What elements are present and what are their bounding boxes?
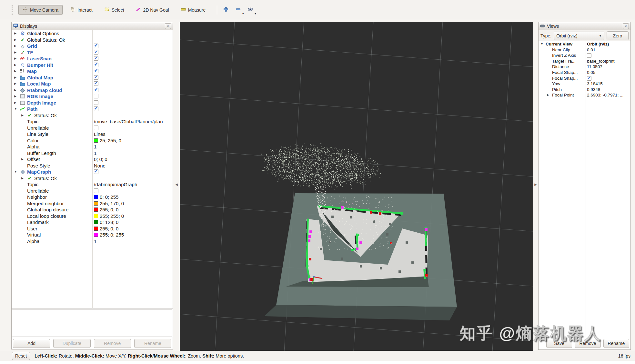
display-row-neighbor[interactable]: Neighbor0; 0; 255: [12, 194, 173, 200]
expand-icon[interactable]: ▶: [14, 57, 16, 60]
expand-icon[interactable]: ▶: [547, 93, 549, 96]
property-value[interactable]: 0.01: [587, 47, 595, 52]
expand-icon[interactable]: ▶: [14, 69, 16, 73]
visibility-checkbox[interactable]: [94, 50, 98, 55]
display-row-user[interactable]: User255; 0; 0: [12, 226, 173, 232]
chevron-down-icon[interactable]: ▾: [255, 12, 256, 15]
display-row-topic[interactable]: Topic/move_base/GlobalPlanner/plan: [12, 118, 173, 125]
display-row-local-loop-closure[interactable]: Local loop closure255; 255; 0: [12, 213, 173, 219]
visibility-checkbox[interactable]: [94, 63, 98, 67]
view-property-invert-z-axis[interactable]: Invert Z Axis: [539, 53, 630, 58]
property-value[interactable]: 3.18415: [587, 81, 603, 86]
visibility-checkbox[interactable]: [94, 44, 98, 48]
expand-icon[interactable]: ▶: [14, 44, 16, 47]
display-row-unreliable[interactable]: Unreliable: [12, 125, 173, 131]
visibility-checkbox[interactable]: [94, 188, 98, 193]
display-row-global-options[interactable]: ▶⚙Global Options: [12, 30, 173, 37]
tool-visibility-button[interactable]: ▾: [246, 5, 255, 15]
property-value[interactable]: 0.05: [587, 70, 595, 75]
visibility-checkbox[interactable]: [587, 53, 591, 58]
property-value[interactable]: 1: [94, 150, 96, 156]
color-swatch[interactable]: [94, 201, 98, 206]
property-value[interactable]: /rtabmap/mapGraph: [94, 182, 137, 187]
expand-icon[interactable]: ▶: [21, 114, 24, 117]
expand-icon[interactable]: ▶: [14, 38, 16, 41]
color-swatch[interactable]: [94, 195, 98, 199]
property-value[interactable]: base_footprint: [587, 59, 615, 64]
zero-button[interactable]: Zero: [607, 31, 629, 40]
display-row-bumper-hit[interactable]: ▶Bumper Hit: [12, 62, 173, 68]
chevron-down-icon[interactable]: ▾: [242, 12, 244, 15]
views-panel-titlebar[interactable]: Views ×: [539, 22, 630, 30]
display-row-pose-style[interactable]: Pose StyleNone: [12, 163, 173, 169]
display-row-path[interactable]: ▼Path: [12, 106, 173, 112]
display-row-line-style[interactable]: Line StyleLines: [12, 131, 173, 137]
collapse-right-panel-handle[interactable]: ▶: [533, 180, 538, 188]
property-value[interactable]: None: [94, 163, 106, 168]
collapse-left-panel-handle[interactable]: ◀: [174, 180, 179, 188]
expand-icon[interactable]: ▶: [14, 88, 16, 92]
color-swatch[interactable]: [94, 233, 98, 237]
visibility-checkbox[interactable]: [94, 69, 98, 73]
remove-tool-button[interactable]: ▾: [233, 5, 243, 15]
display-row-alpha[interactable]: Alpha1: [12, 238, 173, 245]
collapse-icon[interactable]: ▼: [14, 170, 17, 173]
display-row-color[interactable]: Color25; 255; 0: [12, 137, 173, 144]
color-swatch[interactable]: [94, 214, 98, 218]
view-property-near-clip[interactable]: Near Clip ...0.01: [539, 47, 630, 53]
display-row-offset[interactable]: ▶Offset0; 0; 0: [12, 156, 173, 163]
visibility-checkbox[interactable]: [94, 75, 98, 80]
expand-icon[interactable]: ▶: [14, 76, 16, 79]
3d-viewport[interactable]: [180, 22, 533, 351]
view-property-target-fra[interactable]: Target Fra...base_footprint: [539, 58, 630, 64]
color-swatch[interactable]: [94, 207, 98, 212]
expand-icon[interactable]: ▶: [14, 32, 16, 35]
display-row-grid[interactable]: ▶◇Grid: [12, 43, 173, 49]
display-row-rtabmap-cloud[interactable]: ▶Rtabmap cloud: [12, 87, 173, 94]
toolbar-drag-handle[interactable]: [12, 5, 15, 15]
display-row-virtual[interactable]: Virtual255; 0; 255: [12, 232, 173, 238]
property-value[interactable]: /move_base/GlobalPlanner/plan: [94, 119, 163, 124]
tool-move-camera[interactable]: Move Camera: [18, 5, 63, 15]
property-value[interactable]: 0; 0; 0: [94, 157, 107, 162]
visibility-checkbox[interactable]: [94, 100, 98, 105]
color-swatch[interactable]: [94, 138, 98, 143]
property-value[interactable]: 11.0507: [587, 64, 602, 69]
visibility-checkbox[interactable]: [94, 56, 98, 61]
tool-select[interactable]: Select: [100, 5, 128, 15]
expand-icon[interactable]: ▶: [14, 63, 16, 66]
property-value[interactable]: 1: [94, 144, 96, 149]
tool-interact[interactable]: Interact: [66, 5, 97, 15]
visibility-checkbox[interactable]: [94, 81, 98, 86]
display-row-global-map[interactable]: ▶Global Map: [12, 75, 173, 81]
view-type-select[interactable]: Orbit (rviz) ▼: [554, 32, 604, 40]
display-row-buffer-length[interactable]: Buffer Length1: [12, 150, 173, 157]
property-value[interactable]: Orbit (rviz): [587, 42, 609, 46]
display-row-map[interactable]: ▶Map: [12, 68, 173, 75]
color-swatch[interactable]: [94, 227, 98, 231]
visibility-checkbox[interactable]: [587, 76, 591, 81]
expand-icon[interactable]: ▶: [21, 157, 24, 161]
color-swatch[interactable]: [94, 220, 98, 224]
display-row-alpha[interactable]: Alpha1: [12, 144, 173, 150]
expand-icon[interactable]: ▶: [14, 101, 16, 104]
display-row-unreliable[interactable]: Unreliable: [12, 188, 173, 194]
collapse-icon[interactable]: ▼: [540, 42, 543, 46]
display-row-merged-neighbor[interactable]: Merged neighbor255; 170; 0: [12, 200, 173, 207]
tool-2d-nav-goal[interactable]: 2D Nav Goal: [132, 5, 173, 15]
display-row-depth-image[interactable]: ▶Depth Image: [12, 100, 173, 106]
display-row-landmark[interactable]: Landmark0; 128; 0: [12, 219, 173, 226]
display-row-status-ok[interactable]: ▶✔Status: Ok: [12, 175, 173, 182]
visibility-checkbox[interactable]: [94, 106, 98, 111]
property-value[interactable]: 2.6903; -0.7971; ...: [587, 93, 623, 97]
view-property-focal-shap[interactable]: Focal Shap...0.05: [539, 70, 630, 76]
display-row-tf[interactable]: ▶TF: [12, 49, 173, 56]
display-row-global-status-ok[interactable]: ▶✔Global Status: Ok: [12, 37, 173, 43]
add-display-button[interactable]: Add: [13, 339, 50, 348]
property-value[interactable]: Lines: [94, 131, 106, 137]
displays-panel-titlebar[interactable]: Displays ×: [12, 22, 173, 30]
expand-icon[interactable]: ▶: [14, 51, 16, 54]
property-value[interactable]: 1: [94, 238, 96, 244]
view-property-pitch[interactable]: Pitch0.9348: [539, 87, 630, 93]
expand-icon[interactable]: ▶: [14, 82, 16, 85]
